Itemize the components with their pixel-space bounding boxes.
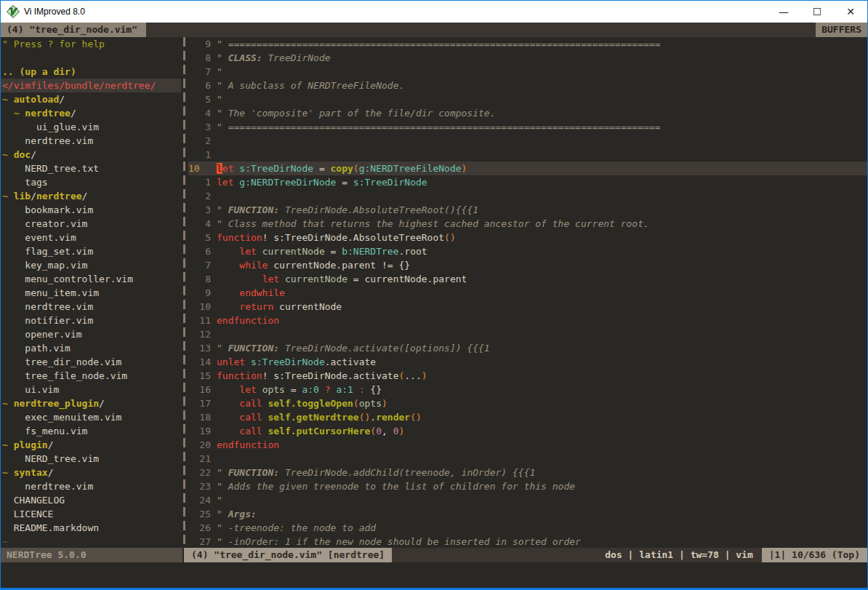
code-line[interactable]: 1: [188, 148, 867, 162]
code-line[interactable]: 23" Adds the given treenode to the list …: [188, 479, 867, 493]
tree-item[interactable]: NERD_tree.txt: [1, 162, 181, 175]
tree-item[interactable]: ~: [1, 535, 181, 548]
tree-item[interactable]: ~ doc/: [1, 148, 181, 162]
line-number: 22: [188, 466, 211, 479]
code-line[interactable]: 21: [188, 452, 867, 466]
line-number: 7: [188, 65, 211, 79]
tree-item[interactable]: menu_item.vim: [1, 286, 181, 300]
line-number: 5: [188, 231, 211, 244]
tree-item[interactable]: " Press ? for help: [1, 37, 181, 51]
maximize-button[interactable]: ☐: [800, 1, 834, 23]
close-button[interactable]: ✕: [834, 1, 867, 23]
line-number: 2: [188, 189, 211, 203]
nerdtree-pane[interactable]: " Press ? for help.. (up a dir)</vimfile…: [1, 37, 181, 548]
code-line[interactable]: 16 let opts = a:0 ? a:1 : {}: [188, 383, 867, 396]
code-line[interactable]: 4" Class method that returns the highest…: [188, 217, 867, 231]
code-line[interactable]: 6 let currentNode = b:NERDTree.root: [188, 244, 867, 258]
tree-item[interactable]: ~ nerdtree/: [1, 106, 181, 120]
tree-item[interactable]: README.markdown: [1, 521, 181, 535]
line-number: 8: [188, 51, 211, 65]
code-line[interactable]: 1let g:NERDTreeDirNode = s:TreeDirNode: [188, 175, 867, 189]
code-line[interactable]: 10 return currentNode: [188, 300, 867, 314]
code-line[interactable]: 4" The 'composite' part of the file/dir …: [188, 106, 867, 120]
line-number: 26: [188, 521, 211, 535]
tree-item[interactable]: LICENCE: [1, 507, 181, 521]
code-line[interactable]: 20endfunction: [188, 438, 867, 452]
tree-item[interactable]: tags: [1, 175, 181, 189]
line-number: 9: [188, 286, 211, 300]
tree-item[interactable]: bookmark.vim: [1, 203, 181, 217]
tree-item[interactable]: exec_menuitem.vim: [1, 410, 181, 424]
tree-item[interactable]: notifier.vim: [1, 314, 181, 327]
tree-item[interactable]: tree_file_node.vim: [1, 369, 181, 383]
code-line[interactable]: 26" -treenode: the node to add: [188, 521, 867, 535]
tree-item[interactable]: ~ autoload/: [1, 92, 181, 106]
line-number: 9: [188, 37, 211, 51]
minimize-button[interactable]: —: [767, 1, 800, 23]
tree-item[interactable]: key_map.vim: [1, 258, 181, 272]
tree-item[interactable]: creator.vim: [1, 217, 181, 231]
tree-item[interactable]: menu_controller.vim: [1, 272, 181, 286]
code-line[interactable]: 14unlet s:TreeDirNode.activate: [188, 355, 867, 369]
tree-item[interactable]: .. (up a dir): [1, 65, 181, 79]
line-number: 25: [188, 507, 211, 521]
tab-tree-dir-node[interactable]: (4) "tree_dir_node.vim": [1, 23, 146, 37]
buffers-label: BUFFERS: [816, 23, 867, 37]
tree-item[interactable]: CHANGELOG: [1, 493, 181, 507]
editor-pane[interactable]: 9" =====================================…: [188, 37, 867, 548]
code-line[interactable]: 8" CLASS: TreeDirNode: [188, 51, 867, 65]
tree-item[interactable]: ui.vim: [1, 383, 181, 396]
code-line[interactable]: 2: [188, 189, 867, 203]
line-number: 19: [188, 424, 211, 438]
tree-item[interactable]: ~ syntax/: [1, 466, 181, 479]
tree-item[interactable]: [1, 51, 181, 65]
code-line[interactable]: 27" -inOrder: 1 if the new node should b…: [188, 535, 867, 548]
line-number: 14: [188, 355, 211, 369]
code-line[interactable]: 2: [188, 134, 867, 148]
code-line[interactable]: 3" =====================================…: [188, 120, 867, 134]
tree-item[interactable]: event.vim: [1, 231, 181, 244]
code-line[interactable]: 5": [188, 92, 867, 106]
code-line[interactable]: 13" FUNCTION: TreeDirNode.activate([opti…: [188, 341, 867, 355]
code-line[interactable]: 24": [188, 493, 867, 507]
tree-item[interactable]: path.vim: [1, 341, 181, 355]
tree-item[interactable]: ~ nerdtree_plugin/: [1, 396, 181, 410]
tree-item[interactable]: </vimfiles/bundle/nerdtree/: [1, 79, 181, 92]
code-line[interactable]: 19 call self.putCursorHere(0, 0): [188, 424, 867, 438]
code-line[interactable]: 15function! s:TreeDirNode.activate(...): [188, 369, 867, 383]
code-line[interactable]: 18 call self.getNerdtree().render(): [188, 410, 867, 424]
code-line[interactable]: 7 while currentNode.parent != {}: [188, 258, 867, 272]
code-line[interactable]: 17 call self.toggleOpen(opts): [188, 396, 867, 410]
tree-item[interactable]: flag_set.vim: [1, 244, 181, 258]
tree-item[interactable]: tree_dir_node.vim: [1, 355, 181, 369]
code-line[interactable]: 10let s:TreeDirNode = copy(g:NERDTreeFil…: [188, 162, 867, 175]
nerdtree-status: NERDTree 5.0.0: [1, 548, 182, 562]
tree-item[interactable]: nerdtree.vim: [1, 479, 181, 493]
line-number: 1: [188, 148, 211, 162]
tree-item[interactable]: ~ plugin/: [1, 438, 181, 452]
window-separator[interactable]: [181, 37, 188, 548]
code-line[interactable]: 6" A subclass of NERDTreeFileNode.: [188, 79, 867, 92]
command-line[interactable]: [1, 562, 867, 588]
code-line[interactable]: 12: [188, 327, 867, 341]
tree-item[interactable]: opener.vim: [1, 327, 181, 341]
code-line[interactable]: 9 endwhile: [188, 286, 867, 300]
code-line[interactable]: 8 let currentNode = currentNode.parent: [188, 272, 867, 286]
cursor: l: [217, 163, 222, 174]
tree-item[interactable]: fs_menu.vim: [1, 424, 181, 438]
tree-item[interactable]: nerdtree.vim: [1, 134, 181, 148]
tree-item[interactable]: ~ lib/nerdtree/: [1, 189, 181, 203]
line-number: 2: [188, 134, 211, 148]
code-line[interactable]: 5function! s:TreeDirNode.AbsoluteTreeRoo…: [188, 231, 867, 244]
code-line[interactable]: 11endfunction: [188, 314, 867, 327]
main-area: " Press ? for help.. (up a dir)</vimfile…: [1, 37, 867, 548]
tree-item[interactable]: nerdtree.vim: [1, 300, 181, 314]
code-line[interactable]: 25" Args:: [188, 507, 867, 521]
tree-item[interactable]: NERD_tree.vim: [1, 452, 181, 466]
line-number: 20: [188, 438, 211, 452]
code-line[interactable]: 3" FUNCTION: TreeDirNode.AbsoluteTreeRoo…: [188, 203, 867, 217]
code-line[interactable]: 7": [188, 65, 867, 79]
tree-item[interactable]: ui_glue.vim: [1, 120, 181, 134]
code-line[interactable]: 22" FUNCTION: TreeDirNode.addChild(treen…: [188, 466, 867, 479]
code-line[interactable]: 9" =====================================…: [188, 37, 867, 51]
